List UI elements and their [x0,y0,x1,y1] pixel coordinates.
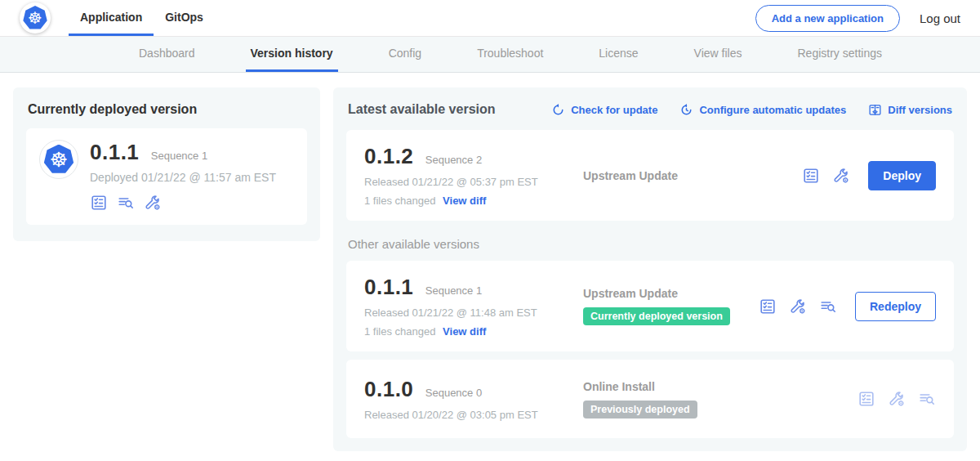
deploy-logs-icon[interactable] [918,390,936,408]
files-changed: 1 files changed View diff [364,195,567,207]
app-subnav: Dashboard Version history Config Trouble… [0,37,980,73]
preflight-checks-icon[interactable] [759,298,777,316]
version-source: Upstream Update [583,287,759,300]
deployed-version-number: 0.1.1 [90,140,139,164]
version-actions: Check for update Configure automatic upd… [551,103,952,117]
preflight-checks-icon[interactable] [858,390,875,408]
version-row-0-1-0: 0.1.0 Sequence 0 Released 01/20/22 @ 03:… [346,360,954,438]
version-number: 0.1.1 [364,275,413,299]
kubernetes-wheel-icon: ☸ [44,145,74,175]
subnav-tab-troubleshoot[interactable]: Troubleshoot [472,37,548,72]
tab-application[interactable]: Application [69,0,154,36]
diff-icon [868,103,882,117]
header-tabs: Application GitOps [69,0,215,36]
released-timestamp: Released 01/21/22 @ 05:37 pm EST [364,176,567,188]
deployed-action-icons [90,194,276,212]
deployed-sequence-label: Sequence 1 [151,150,207,162]
kubernetes-wheel-icon: ☸ [23,6,47,30]
refresh-icon [551,103,565,117]
deployed-timestamp: Deployed 01/21/22 @ 11:57 am EST [90,171,276,184]
add-application-button[interactable]: Add a new application [755,5,900,32]
released-timestamp: Released 01/20/22 @ 03:05 pm EST [364,409,567,421]
app-avatar: ☸ [39,140,78,179]
deploy-logs-icon[interactable] [117,194,135,212]
subnav-tab-registry-settings[interactable]: Registry settings [792,37,886,72]
sequence-label: Sequence 2 [425,154,482,166]
version-status: Upstream Update Currently deployed versi… [567,287,759,325]
main-content: Currently deployed version ☸ 0.1.1 Seque… [0,73,980,461]
currently-deployed-badge: Currently deployed version [583,307,730,325]
deploy-logs-icon[interactable] [819,298,837,316]
released-timestamp: Released 01/21/22 @ 11:48 am EST [364,307,567,319]
version-info: 0.1.2 Sequence 2 Released 01/21/22 @ 05:… [364,144,567,207]
files-changed: 1 files changed View diff [364,325,567,338]
redeploy-button[interactable]: Redeploy [855,292,936,321]
sequence-label: Sequence 1 [425,284,482,297]
version-row-0-1-1: 0.1.1 Sequence 1 Released 01/21/22 @ 11:… [346,261,954,351]
version-status: Online Install Previously deployed [567,380,858,418]
version-actions: Deploy [802,161,936,190]
version-source: Online Install [583,380,858,393]
version-info: 0.1.1 Sequence 1 Released 01/21/22 @ 11:… [364,275,567,338]
subnav-tab-version-history[interactable]: Version history [246,37,338,72]
preflight-checks-icon[interactable] [90,194,108,212]
available-versions-header: Latest available version Check for updat… [348,102,952,117]
subnav-tab-dashboard[interactable]: Dashboard [134,37,200,72]
check-for-update-link[interactable]: Check for update [551,103,657,117]
version-actions [858,390,936,408]
header-right: Add a new application Log out [755,0,960,36]
config-icon[interactable] [144,194,162,212]
version-actions: Redeploy [759,292,936,321]
diff-versions-link[interactable]: Diff versions [868,103,952,117]
available-versions-panel: Latest available version Check for updat… [333,87,967,451]
config-icon[interactable] [888,390,906,408]
subnav-tab-config[interactable]: Config [384,37,426,72]
view-diff-link[interactable]: View diff [443,325,486,338]
subnav-tab-license[interactable]: License [594,37,643,72]
subnav-tab-view-files[interactable]: View files [689,37,747,72]
version-status: Upstream Update [567,169,802,182]
previously-deployed-badge: Previously deployed [583,401,697,418]
files-changed-label: 1 files changed [364,195,435,207]
app-header: ☸ Application GitOps Add a new applicati… [0,0,980,37]
version-info: 0.1.0 Sequence 0 Released 01/20/22 @ 03:… [364,377,567,421]
config-icon[interactable] [789,298,807,316]
other-available-versions-title: Other available versions [348,237,952,251]
deploy-button[interactable]: Deploy [868,161,936,190]
logout-button[interactable]: Log out [920,11,960,25]
version-number: 0.1.2 [364,144,413,168]
configure-automatic-updates-link[interactable]: Configure automatic updates [679,103,846,117]
kubernetes-logo: ☸ [20,2,51,34]
currently-deployed-title: Currently deployed version [28,102,305,117]
diff-versions-label: Diff versions [888,104,952,116]
config-icon[interactable] [832,167,850,185]
currently-deployed-panel: Currently deployed version ☸ 0.1.1 Seque… [13,87,320,241]
sequence-label: Sequence 0 [425,387,482,399]
view-diff-link[interactable]: View diff [443,195,486,207]
tab-gitops[interactable]: GitOps [154,0,215,36]
preflight-checks-icon[interactable] [802,167,820,185]
version-source: Upstream Update [583,169,802,182]
schedule-update-icon [679,103,693,117]
files-changed-label: 1 files changed [364,325,435,338]
deployed-version-info: 0.1.1 Sequence 1 Deployed 01/21/22 @ 11:… [90,140,276,212]
latest-available-title: Latest available version [348,102,496,117]
configure-automatic-updates-label: Configure automatic updates [699,104,846,116]
currently-deployed-card: ☸ 0.1.1 Sequence 1 Deployed 01/21/22 @ 1… [26,128,307,225]
check-for-update-label: Check for update [571,104,657,116]
version-row-0-1-2: 0.1.2 Sequence 2 Released 01/21/22 @ 05:… [346,130,954,221]
version-number: 0.1.0 [364,377,413,401]
